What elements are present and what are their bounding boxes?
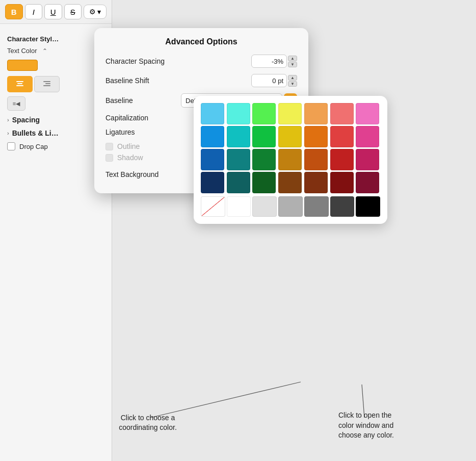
svg-rect-1 [17,83,22,84]
no-color-cell[interactable] [201,196,225,217]
gear-icon: ⚙ [89,8,96,16]
character-spacing-up[interactable]: ▲ [288,56,297,61]
color-cell[interactable] [330,126,354,147]
outline-label: Outline [117,142,140,150]
bold-button[interactable]: B [5,4,23,19]
svg-rect-0 [16,81,23,82]
outline-checkbox[interactable] [105,143,113,150]
grayscale-cell[interactable] [304,196,329,217]
baseline-shift-label: Baseline Shift [105,76,149,85]
color-cell[interactable] [252,149,276,170]
shadow-checkbox[interactable] [105,154,113,162]
panel-title: Advanced Options [105,37,297,46]
ligatures-label: Ligatures [105,128,135,136]
color-cell[interactable] [278,149,302,170]
color-cell[interactable] [330,103,354,124]
color-cell[interactable] [201,103,224,124]
spacing-collapse[interactable]: › Spacing [7,116,104,124]
color-cell[interactable] [304,103,328,124]
grayscale-cell[interactable] [252,196,277,217]
color-cell[interactable] [201,149,224,170]
character-spacing-row: Character Spacing ▲ ▼ [105,55,297,68]
character-spacing-input[interactable] [251,55,287,68]
color-cell[interactable] [227,149,250,170]
color-cell[interactable] [227,126,250,147]
bullets-label: Bullets & Li… [12,129,59,137]
formatting-toolbar: B I U S ⚙ ▾ [0,0,112,24]
color-cell[interactable] [252,172,276,193]
chevron-right-icon: › [7,117,9,123]
color-cell[interactable] [278,103,302,124]
color-cell[interactable] [252,103,276,124]
svg-rect-4 [45,83,50,84]
color-picker-popup [194,96,387,224]
underline-button[interactable]: U [44,4,62,19]
svg-rect-5 [43,85,50,86]
color-cell[interactable] [356,149,379,170]
baseline-shift-input[interactable] [251,74,287,87]
chevron-right-icon-2: › [7,130,9,136]
drop-cap-label: Drop Cap [19,143,48,150]
callout-right-text: Click to open thecolor window andchoose … [338,411,435,441]
grayscale-row [201,196,380,217]
drop-cap-checkbox[interactable] [7,142,15,150]
svg-rect-3 [43,81,50,82]
color-cell[interactable] [278,172,302,193]
color-cell[interactable] [356,172,379,193]
baseline-label: Baseline [105,96,177,105]
character-spacing-label: Character Spacing [105,57,165,65]
character-style-label: Character Styl… [7,35,104,43]
grayscale-cell[interactable] [356,196,380,217]
svg-line-7 [362,385,364,418]
color-cell[interactable] [356,103,379,124]
color-cell[interactable] [201,126,224,147]
baseline-shift-down[interactable]: ▼ [288,81,297,87]
color-cell[interactable] [201,172,224,193]
text-color-swatch[interactable] [7,60,38,71]
svg-line-6 [150,382,301,418]
grayscale-cell[interactable] [278,196,303,217]
color-cell[interactable] [252,126,276,147]
italic-button[interactable]: I [25,4,43,19]
color-grid [201,103,380,193]
shadow-label: Shadow [117,153,143,162]
baseline-shift-up[interactable]: ▲ [288,75,297,81]
capitalization-label: Capitalization [105,114,148,122]
gear-options-button[interactable]: ⚙ ▾ [84,5,107,19]
align-right-button[interactable] [34,76,60,92]
drop-cap-row: Drop Cap [7,142,104,150]
callout-left-text: Click to choose acoordinating color. [107,413,189,433]
text-background-label: Text Background [105,170,158,178]
color-cell[interactable] [330,149,354,170]
svg-rect-2 [16,85,23,86]
character-spacing-down[interactable]: ▼ [288,62,297,67]
align-center-button[interactable] [7,76,33,92]
chevron-down-icon: ▾ [97,8,101,16]
grayscale-cell[interactable] [227,196,251,217]
spacing-label: Spacing [12,116,40,124]
text-color-label: Text Color [7,47,37,55]
color-cell[interactable] [278,126,302,147]
color-cell[interactable] [227,103,250,124]
color-cell[interactable] [304,126,328,147]
color-cell[interactable] [330,172,354,193]
bullets-collapse[interactable]: › Bullets & Li… [7,129,104,137]
list-style-button[interactable]: ≡◀ [7,96,25,111]
grayscale-cell[interactable] [330,196,355,217]
color-cell[interactable] [304,149,328,170]
strikethrough-button[interactable]: S [64,4,82,19]
color-cell[interactable] [356,126,379,147]
baseline-shift-row: Baseline Shift ▲ ▼ [105,74,297,87]
color-cell[interactable] [227,172,250,193]
color-cell[interactable] [304,172,328,193]
